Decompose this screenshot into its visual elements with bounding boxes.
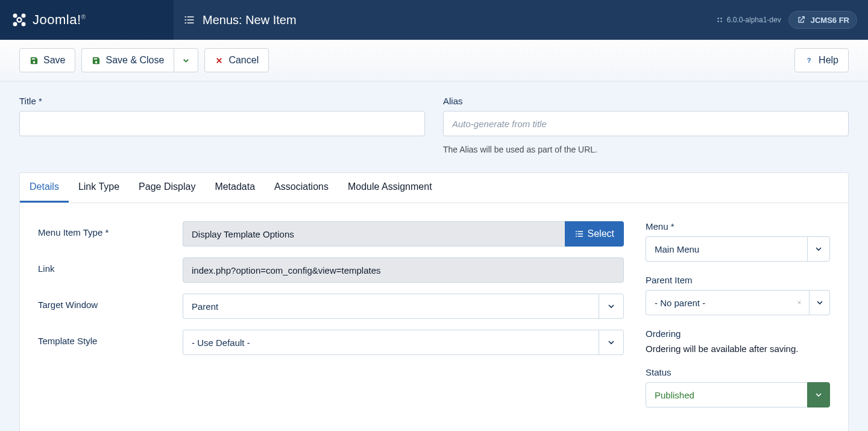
- top-meta: 6.0.0-alpha1-dev JCMS6 FR: [716, 11, 868, 29]
- external-link-icon: [796, 15, 806, 25]
- target-window-label: Target Window: [38, 294, 183, 310]
- form-side: Menu * Main Menu Parent Item - No parent…: [646, 221, 830, 421]
- details-panel: Details Link Type Page Display Metadata …: [19, 172, 849, 431]
- svg-point-3: [22, 22, 26, 27]
- ordering-label: Ordering: [646, 329, 830, 339]
- question-icon: ?: [805, 56, 814, 65]
- title-input[interactable]: [19, 111, 425, 136]
- top-bar: Joomla!® Menus: New Item 6.0.0-alpha1-de…: [0, 0, 868, 40]
- svg-text:?: ?: [807, 57, 811, 64]
- ordering-block: Ordering Ordering will be available afte…: [646, 329, 830, 354]
- parent-item-label: Parent Item: [646, 275, 830, 285]
- target-window-row: Target Window Parent: [38, 294, 624, 319]
- cancel-button[interactable]: Cancel: [204, 48, 269, 72]
- list-icon: [574, 229, 584, 239]
- tab-body: Menu Item Type * Display Template Option…: [20, 203, 848, 431]
- svg-point-1: [22, 14, 26, 18]
- svg-point-7: [720, 20, 722, 22]
- save-icon: [92, 56, 101, 65]
- title-label: Title *: [19, 96, 425, 106]
- chevron-down-icon: [810, 290, 830, 315]
- tabs: Details Link Type Page Display Metadata …: [20, 173, 848, 203]
- user-badge[interactable]: JCMS6 FR: [788, 11, 857, 29]
- menu-select[interactable]: Main Menu: [646, 236, 830, 262]
- menu-item-type-label: Menu Item Type *: [38, 221, 183, 238]
- toolbar: Save Save & Close Cancel ? Help: [0, 40, 868, 81]
- ordering-text: Ordering will be available after saving.: [646, 344, 830, 354]
- brand-text: Joomla!®: [33, 12, 86, 28]
- list-icon: [183, 14, 195, 26]
- save-icon: [30, 56, 39, 65]
- tab-metadata[interactable]: Metadata: [205, 173, 265, 203]
- save-close-dropdown[interactable]: [174, 48, 198, 72]
- tab-page-display[interactable]: Page Display: [129, 173, 205, 203]
- joomla-logo-icon: [11, 11, 28, 28]
- template-style-row: Template Style - Use Default -: [38, 330, 624, 355]
- menu-block: Menu * Main Menu: [646, 221, 830, 262]
- alias-label: Alias: [443, 96, 849, 106]
- menu-item-type-row: Menu Item Type * Display Template Option…: [38, 221, 624, 247]
- svg-point-2: [13, 22, 17, 27]
- help-button[interactable]: ? Help: [794, 48, 849, 72]
- form-main: Menu Item Type * Display Template Option…: [38, 221, 624, 421]
- clear-parent-button[interactable]: [790, 290, 810, 315]
- chevron-down-icon: [599, 294, 624, 319]
- menu-item-type-value: Display Template Options: [183, 221, 565, 247]
- chevron-down-icon: [181, 56, 190, 65]
- alias-field-block: Alias The Alias will be used as part of …: [443, 96, 849, 154]
- status-label: Status: [646, 367, 830, 377]
- alias-input[interactable]: [443, 111, 849, 136]
- save-close-group: Save & Close: [81, 48, 198, 72]
- svg-point-6: [717, 20, 719, 22]
- template-style-select[interactable]: - Use Default -: [183, 330, 624, 355]
- save-close-button[interactable]: Save & Close: [81, 48, 174, 72]
- joomla-small-icon: [716, 16, 723, 24]
- save-button[interactable]: Save: [19, 48, 75, 72]
- tab-link-type[interactable]: Link Type: [69, 173, 129, 203]
- menu-label: Menu *: [646, 221, 830, 231]
- parent-item-block: Parent Item - No parent -: [646, 275, 830, 315]
- svg-point-4: [717, 17, 719, 19]
- template-style-label: Template Style: [38, 330, 183, 346]
- link-row: Link index.php?option=com_config&view=te…: [38, 257, 624, 283]
- svg-point-5: [720, 17, 722, 19]
- close-icon: [215, 56, 224, 65]
- alias-help: The Alias will be used as part of the UR…: [443, 145, 849, 154]
- chevron-down-icon: [807, 236, 830, 262]
- link-value: index.php?option=com_config&view=templat…: [183, 257, 624, 283]
- tab-details[interactable]: Details: [20, 173, 69, 203]
- parent-item-select[interactable]: - No parent -: [646, 290, 830, 315]
- status-select[interactable]: Published: [646, 382, 830, 407]
- page-title: Menus: New Item: [174, 13, 297, 27]
- tab-associations[interactable]: Associations: [265, 173, 338, 203]
- version-label[interactable]: 6.0.0-alpha1-dev: [716, 16, 781, 24]
- tab-module-assignment[interactable]: Module Assignment: [338, 173, 442, 203]
- svg-point-0: [13, 14, 17, 18]
- chevron-down-icon: [599, 330, 624, 355]
- head-fields: Title * Alias The Alias will be used as …: [0, 81, 868, 172]
- select-type-button[interactable]: Select: [565, 221, 624, 247]
- brand[interactable]: Joomla!®: [0, 0, 174, 40]
- link-label: Link: [38, 257, 183, 274]
- title-field-block: Title *: [19, 96, 425, 154]
- status-block: Status Published: [646, 367, 830, 407]
- target-window-select[interactable]: Parent: [183, 294, 624, 319]
- chevron-down-icon: [807, 382, 830, 407]
